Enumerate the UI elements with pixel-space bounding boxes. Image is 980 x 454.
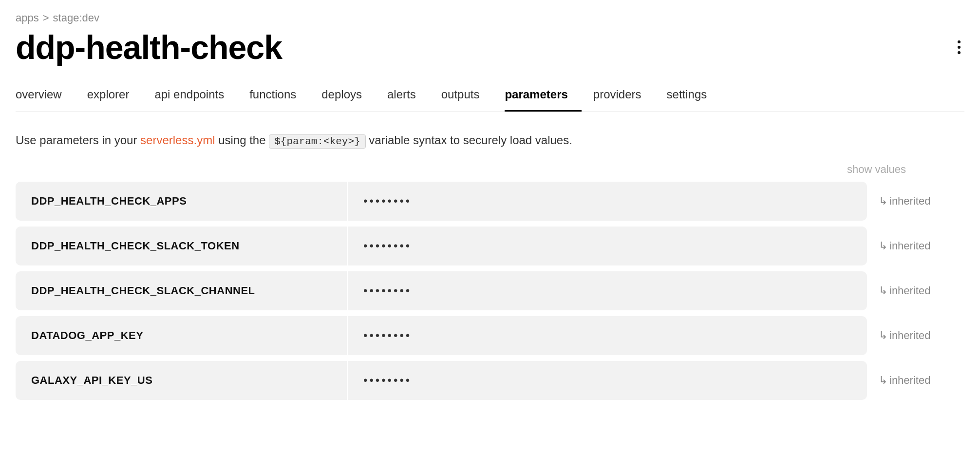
param-value-4: •••••••• bbox=[348, 361, 867, 400]
inherited-arrow-icon-0: ↳ bbox=[879, 195, 887, 208]
description-middle: using the bbox=[218, 133, 269, 147]
page-title: ddp-health-check bbox=[16, 28, 282, 66]
tab-settings[interactable]: settings bbox=[667, 82, 721, 112]
param-value-1: •••••••• bbox=[348, 227, 867, 265]
description-prefix: Use parameters in your bbox=[16, 133, 140, 147]
description-text: Use parameters in your serverless.yml us… bbox=[16, 132, 964, 150]
table-row: GALAXY_API_KEY_US •••••••• ↳ inherited bbox=[16, 361, 964, 400]
table-row: DDP_HEALTH_CHECK_SLACK_TOKEN •••••••• ↳ … bbox=[16, 227, 964, 265]
inherited-arrow-icon-1: ↳ bbox=[879, 240, 887, 252]
param-inherited-0: ↳ inherited bbox=[867, 182, 964, 221]
tab-functions[interactable]: functions bbox=[249, 82, 310, 112]
tab-api-endpoints[interactable]: api endpoints bbox=[154, 82, 238, 112]
serverless-yml-link[interactable]: serverless.yml bbox=[140, 133, 215, 147]
more-menu-button[interactable] bbox=[954, 37, 964, 58]
tab-overview[interactable]: overview bbox=[16, 82, 75, 112]
more-dot-2 bbox=[958, 46, 961, 49]
param-key-4: GALAXY_API_KEY_US bbox=[16, 361, 347, 400]
nav-tabs: overview explorer api endpoints function… bbox=[16, 82, 964, 112]
tab-parameters[interactable]: parameters bbox=[505, 82, 581, 112]
inherited-label-0: inherited bbox=[889, 195, 930, 208]
description-suffix: variable syntax to securely load values. bbox=[369, 133, 572, 147]
tab-outputs[interactable]: outputs bbox=[441, 82, 493, 112]
tab-alerts[interactable]: alerts bbox=[387, 82, 430, 112]
param-syntax-code: ${param:<key>} bbox=[269, 134, 365, 149]
param-inherited-1: ↳ inherited bbox=[867, 227, 964, 265]
param-value-0: •••••••• bbox=[348, 182, 867, 221]
param-inherited-3: ↳ inherited bbox=[867, 316, 964, 355]
tab-providers[interactable]: providers bbox=[593, 82, 655, 112]
tab-explorer[interactable]: explorer bbox=[87, 82, 143, 112]
param-value-3: •••••••• bbox=[348, 316, 867, 355]
tab-deploys[interactable]: deploys bbox=[321, 82, 376, 112]
page-header: ddp-health-check bbox=[16, 28, 964, 66]
breadcrumb-separator: > bbox=[43, 12, 49, 24]
param-value-2: •••••••• bbox=[348, 271, 867, 310]
param-key-3: DATADOG_APP_KEY bbox=[16, 316, 347, 355]
breadcrumb: apps > stage:dev bbox=[16, 12, 964, 24]
show-values-row: show values bbox=[16, 163, 964, 176]
inherited-arrow-icon-4: ↳ bbox=[879, 374, 887, 387]
param-key-0: DDP_HEALTH_CHECK_APPS bbox=[16, 182, 347, 221]
table-row: DATADOG_APP_KEY •••••••• ↳ inherited bbox=[16, 316, 964, 355]
breadcrumb-current[interactable]: stage:dev bbox=[53, 12, 99, 24]
param-key-1: DDP_HEALTH_CHECK_SLACK_TOKEN bbox=[16, 227, 347, 265]
inherited-label-1: inherited bbox=[889, 240, 930, 252]
show-values-button[interactable]: show values bbox=[847, 163, 906, 176]
inherited-label-3: inherited bbox=[889, 329, 930, 342]
inherited-arrow-icon-2: ↳ bbox=[879, 284, 887, 297]
table-row: DDP_HEALTH_CHECK_APPS •••••••• ↳ inherit… bbox=[16, 182, 964, 221]
inherited-label-4: inherited bbox=[889, 374, 930, 387]
param-inherited-4: ↳ inherited bbox=[867, 361, 964, 400]
more-dot-3 bbox=[958, 51, 961, 54]
params-list: DDP_HEALTH_CHECK_APPS •••••••• ↳ inherit… bbox=[16, 182, 964, 400]
breadcrumb-apps[interactable]: apps bbox=[16, 12, 39, 24]
more-dot-1 bbox=[958, 40, 961, 43]
inherited-label-2: inherited bbox=[889, 284, 930, 297]
table-row: DDP_HEALTH_CHECK_SLACK_CHANNEL •••••••• … bbox=[16, 271, 964, 310]
inherited-arrow-icon-3: ↳ bbox=[879, 329, 887, 342]
param-key-2: DDP_HEALTH_CHECK_SLACK_CHANNEL bbox=[16, 271, 347, 310]
param-inherited-2: ↳ inherited bbox=[867, 271, 964, 310]
